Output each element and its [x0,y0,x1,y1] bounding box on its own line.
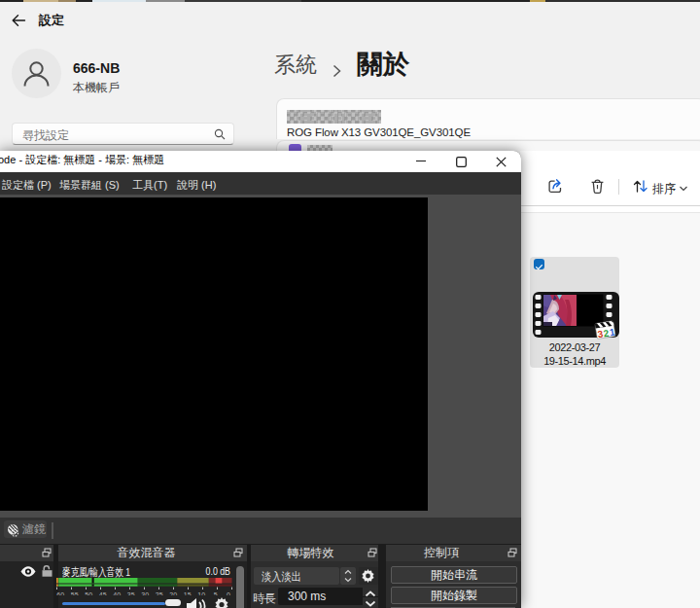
svg-text:-30: -30 [139,591,149,595]
svg-text:-15: -15 [181,591,191,595]
svg-text:-20: -20 [167,591,177,595]
svg-text:-40: -40 [111,591,121,595]
svg-text:-60: -60 [54,591,64,595]
svg-text:-5: -5 [211,591,217,595]
svg-text:-55: -55 [68,591,78,595]
svg-text:-35: -35 [124,591,134,595]
svg-text:-10: -10 [195,591,205,595]
svg-text:0: 0 [227,591,230,595]
svg-text:-45: -45 [96,591,106,595]
svg-text:-25: -25 [153,591,162,595]
svg-text:-50: -50 [83,591,92,595]
